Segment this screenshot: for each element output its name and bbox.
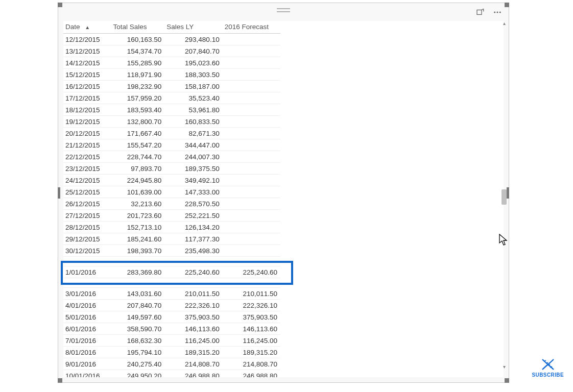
table-row[interactable]: 4/01/2016207,840.70222,326.10222,326.10 [63,300,280,311]
table-row[interactable]: 27/12/2015201,723.60252,221.50 [63,210,280,222]
cell-date: 15/12/2015 [63,69,111,81]
cell-ly: 189,375.50 [164,163,222,175]
cell-ts: 240,275.40 [111,358,164,370]
svg-rect-0 [477,10,482,15]
cell-date: 13/12/2015 [63,45,111,57]
table-row[interactable]: 14/12/2015155,285.90195,023.60 [63,57,280,69]
table-row[interactable]: 30/12/2015198,393.70235,498.30 [63,245,280,257]
svg-point-3 [499,12,501,13]
more-options-icon[interactable] [492,7,503,17]
scrollbar[interactable]: ▴ ▾ [502,21,507,370]
header-row: Date ▲ Total Sales Sales LY 2016 Forecas… [63,21,280,34]
cell-fc [223,139,280,151]
table-row[interactable]: 5/01/2016149,597.60375,903.50375,903.50 [63,311,280,323]
cell-fc [223,151,280,163]
drag-handle-icon[interactable] [277,8,290,12]
scroll-thumb[interactable] [502,189,507,205]
scroll-down-icon[interactable]: ▾ [502,364,507,370]
table-row[interactable]: 16/12/2015198,232.90158,187.00 [63,81,280,92]
cell-ly: 158,187.00 [164,81,222,92]
cell-ts: 157,959.20 [111,92,164,104]
clipped-row-bottom: ···· [63,278,280,288]
cell-date: 20/12/2015 [63,128,111,139]
cell-date: 8/01/2016 [63,347,111,358]
resize-handle-mr[interactable] [507,187,509,199]
col-header-date-label: Date [65,23,80,31]
table-row[interactable]: 19/12/2015132,800.70160,833.50 [63,116,280,128]
cell-ts: 152,713.10 [111,222,164,233]
cell-fc [223,222,280,233]
cell-fc [223,128,280,139]
cell-ly: 126,134.20 [164,222,222,233]
cell-ts: 143,031.60 [111,288,164,300]
col-header-total-sales[interactable]: Total Sales [111,21,164,34]
col-header-sales-ly[interactable]: Sales LY [164,21,222,34]
cell-date: 23/12/2015 [63,163,111,175]
subscribe-label: SUBSCRIBE [532,372,564,378]
cell-ly: 35,523.40 [164,92,222,104]
resize-handle-tr[interactable] [505,3,509,7]
cell-date: 17/12/2015 [63,92,111,104]
table-row[interactable]: 15/12/2015118,971.90188,303.50 [63,69,280,81]
table-row[interactable]: 8/01/2016195,794.10189,315.20189,315.20 [63,347,280,358]
cell-ts: 97,893.70 [111,163,164,175]
table-row[interactable]: 3/01/2016143,031.60210,011.50210,011.50 [63,288,280,300]
resize-handle-bl[interactable] [58,378,62,383]
cell-fc [223,210,280,222]
scroll-up-icon[interactable]: ▴ [502,21,507,26]
cell-ly: 116,245.00 [164,335,222,347]
cell-date: 3/01/2016 [63,288,111,300]
table-row[interactable]: 29/12/2015185,241.60117,377.30 [63,233,280,245]
col-header-date[interactable]: Date ▲ [63,21,111,34]
table-row[interactable]: 20/12/2015171,667.4082,671.30 [63,128,280,139]
cell-date: 16/12/2015 [63,81,111,92]
cell-ly: 222,326.10 [164,300,222,311]
focus-mode-icon[interactable] [475,7,485,17]
cell-ts: 198,393.70 [111,245,164,257]
cell-ly: 53,961.80 [164,104,222,116]
table-row[interactable]: 24/12/2015224,945.80349,492.10 [63,175,280,186]
table-row[interactable]: 28/12/2015152,713.10126,134.20 [63,222,280,233]
cell-date: 1/01/2016 [63,266,111,278]
table-row[interactable]: 12/12/2015160,163.50293,480.10 [63,34,280,45]
cell-ts: 168,632.30 [111,335,164,347]
cell-ly: 160,833.50 [164,116,222,128]
cell-ly: 344,447.00 [164,139,222,151]
resize-handle-ml[interactable] [58,187,60,199]
cell-ts: 198,232.90 [111,81,164,92]
cell-date: 25/12/2015 [63,186,111,198]
table-row[interactable]: 18/12/2015183,593.4053,961.80 [63,104,280,116]
table-row[interactable]: 6/01/2016358,590.70146,113.60146,113.60 [63,323,280,335]
table-row[interactable]: 23/12/201597,893.70189,375.50 [63,163,280,175]
cell-ts: 207,840.70 [111,300,164,311]
table-row[interactable]: 17/12/2015157,959.2035,523.40 [63,92,280,104]
cell-fc [223,233,280,245]
cell-ly: 207,840.70 [164,45,222,57]
cell-fc: 210,011.50 [223,288,280,300]
table-row[interactable]: 22/12/2015228,744.70244,007.30 [63,151,280,163]
table-row[interactable]: 25/12/2015101,639.00147,333.00 [63,186,280,198]
cell-date: 30/12/2015 [63,245,111,257]
cell-date: 5/01/2016 [63,311,111,323]
cell-ts: 149,597.60 [111,311,164,323]
subscribe-badge[interactable]: SUBSCRIBE [532,358,564,378]
table-area: Date ▲ Total Sales Sales LY 2016 Forecas… [63,21,504,377]
cell-ly: 228,570.50 [164,198,222,210]
table-row[interactable]: 9/01/2016240,275.40214,808.70214,808.70 [63,358,280,370]
cell-fc [223,81,280,92]
col-header-forecast[interactable]: 2016 Forecast [223,21,280,34]
table-visual-container[interactable]: Date ▲ Total Sales Sales LY 2016 Forecas… [58,3,509,383]
table-row[interactable]: 26/12/201532,213.60228,570.50 [63,198,280,210]
cell-ly: 246,988.80 [164,370,222,378]
table-row[interactable]: 21/12/2015155,547.20344,447.00 [63,139,280,151]
resize-handle-tl[interactable] [58,3,62,7]
table-row[interactable]: 7/01/2016168,632.30116,245.00116,245.00 [63,335,280,347]
cell-ly: 225,240.60 [164,266,222,278]
cell-ly: 195,023.60 [164,57,222,69]
table-row[interactable]: 10/01/2016249,950.20246,988.80246,988.80 [63,370,280,378]
cell-date: 12/12/2015 [63,34,111,45]
highlighted-row[interactable]: 1/01/2016 283,369.80 225,240.60 225,240.… [63,266,280,278]
table-row[interactable]: 13/12/2015154,374.70207,840.70 [63,45,280,57]
resize-handle-br[interactable] [505,378,509,383]
cell-date: 10/01/2016 [63,370,111,378]
